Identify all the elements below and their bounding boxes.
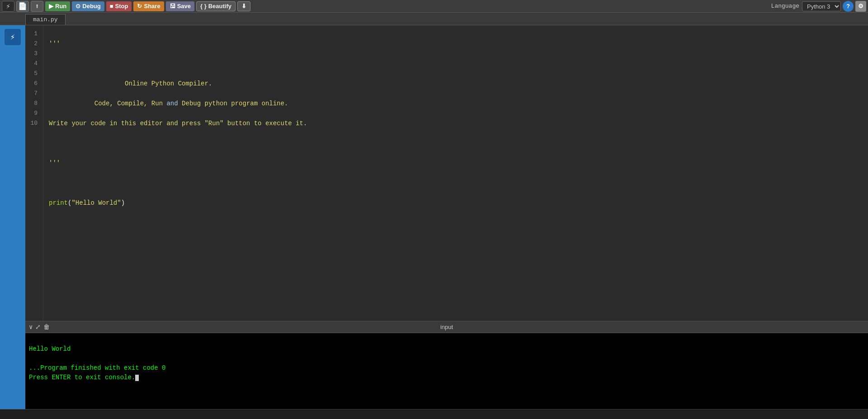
code-line-1: ''' — [49, 39, 863, 49]
sidebar: ⚡ — [0, 25, 25, 409]
line-num-10: 10 — [27, 118, 41, 128]
beautify-label: Beautify — [208, 3, 231, 9]
new-file-icon: 📄 — [18, 2, 27, 11]
beautify-icon: { } — [200, 3, 207, 9]
line-num-3: 3 — [27, 49, 41, 59]
upload-button[interactable]: ⬆ — [31, 1, 43, 12]
editor-and-console: 1 2 3 4 5 6 7 8 9 10 ''' Online Python C… — [25, 25, 868, 409]
tab-bar: main.py — [0, 13, 868, 25]
console-collapse-icon[interactable]: ∨ — [29, 323, 33, 331]
stop-label: Stop — [115, 3, 128, 9]
code-line-3: Online Python Compiler. — [49, 79, 863, 89]
console-expand-icon[interactable]: ⤢ — [35, 323, 41, 331]
share-button[interactable]: ↻ Share — [133, 1, 164, 11]
code-line-9: print("Hello World") — [49, 198, 863, 208]
console-container: ∨ ⤢ 🗑 input Hello World ...Program finis… — [25, 321, 868, 409]
debug-icon: ⊙ — [75, 3, 80, 9]
beautify-button[interactable]: { } Beautify — [196, 1, 236, 11]
help-button[interactable]: ? — [843, 1, 854, 12]
download-icon: ⬇ — [241, 3, 246, 9]
code-line-8 — [49, 178, 863, 188]
line-num-8: 8 — [27, 99, 41, 108]
toolbar: ⚡ 📄 ⬆ ▶ Run ⊙ Debug ■ Stop ↻ Share 🖫 Sav… — [0, 0, 868, 13]
share-icon: ↻ — [137, 3, 142, 9]
line-num-2: 2 — [27, 39, 41, 49]
save-button[interactable]: 🖫 Save — [166, 1, 194, 11]
run-label: Run — [55, 3, 66, 9]
code-line-10 — [49, 218, 863, 228]
share-label: Share — [144, 3, 160, 9]
console-output-line1: Hello World — [29, 345, 71, 353]
cursor — [135, 375, 139, 381]
sidebar-bolt-icon[interactable]: ⚡ — [5, 29, 21, 45]
logo-button[interactable]: ⚡ — [2, 1, 14, 12]
console-toolbar: ∨ ⤢ 🗑 input — [25, 321, 868, 333]
language-select[interactable]: Python 3 Python 2 Java C++ C — [802, 1, 841, 11]
upload-icon: ⬆ — [35, 2, 39, 11]
run-button[interactable]: ▶ Run — [45, 1, 70, 11]
language-selector: Language Python 3 Python 2 Java C++ C — [771, 1, 841, 11]
language-label: Language — [771, 3, 799, 9]
line-num-7: 7 — [27, 89, 41, 99]
settings-button[interactable]: ⚙ — [855, 1, 866, 12]
console-output-line4: Press ENTER to exit console. — [29, 374, 139, 381]
line-numbers: 1 2 3 4 5 6 7 8 9 10 — [25, 25, 43, 321]
code-content[interactable]: ''' Online Python Compiler. Code, Compil… — [43, 25, 868, 321]
console-output-line3: ...Program finished with exit code 0 — [29, 364, 165, 372]
save-icon: 🖫 — [170, 3, 175, 9]
code-line-5: Write your code in this editor and press… — [49, 118, 863, 128]
download-button[interactable]: ⬇ — [237, 1, 250, 11]
debug-label: Debug — [82, 3, 100, 9]
line-num-1: 1 — [27, 29, 41, 39]
new-file-button[interactable]: 📄 — [16, 1, 29, 12]
editor-container: 1 2 3 4 5 6 7 8 9 10 ''' Online Python C… — [25, 25, 868, 409]
console-icons: ∨ ⤢ 🗑 — [29, 323, 50, 331]
debug-button[interactable]: ⊙ Debug — [72, 1, 104, 11]
stop-button[interactable]: ■ Stop — [106, 1, 132, 11]
bolt-icon: ⚡ — [6, 2, 10, 11]
line-num-6: 6 — [27, 79, 41, 89]
code-line-4: Code, Compile, Run and Debug python prog… — [49, 99, 863, 108]
line-num-4: 4 — [27, 59, 41, 69]
code-editor: 1 2 3 4 5 6 7 8 9 10 ''' Online Python C… — [25, 25, 868, 321]
code-line-7: ''' — [49, 158, 863, 168]
main-area: ⚡ 1 2 3 4 5 6 7 8 9 10 ''' — [0, 25, 868, 409]
stop-icon: ■ — [110, 3, 113, 9]
save-label: Save — [177, 3, 191, 9]
code-line-2 — [49, 59, 863, 69]
line-num-5: 5 — [27, 69, 41, 79]
code-line-6 — [49, 138, 863, 148]
line-num-9: 9 — [27, 108, 41, 118]
tab-label: main.py — [33, 16, 58, 23]
main-tab[interactable]: main.py — [25, 14, 66, 25]
console-clear-icon[interactable]: 🗑 — [43, 324, 50, 331]
console-output[interactable]: Hello World ...Program finished with exi… — [25, 333, 868, 409]
console-title: input — [440, 324, 453, 330]
play-icon: ▶ — [49, 3, 53, 9]
status-bar — [0, 409, 868, 419]
